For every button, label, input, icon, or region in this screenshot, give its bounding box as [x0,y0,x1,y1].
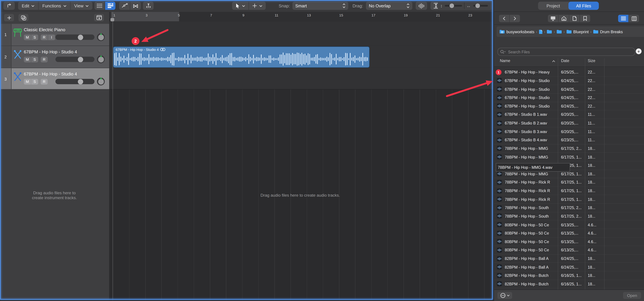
file-size: 11... [588,112,603,117]
track-header[interactable]: 2 67BPM - Hip Hop - Studio 4 MSR [0,46,109,68]
track-name[interactable]: Classic Electric Piano [24,27,65,32]
m-button[interactable]: M [24,57,31,62]
s-button[interactable]: S [31,79,38,84]
track-name[interactable]: 67BPM - Hip Hop - Studio 4 [24,49,77,54]
file-row[interactable]: 80BPM - Hip Hop - 50 Ce 6/13/25,... 4.6.… [494,229,644,237]
breadcrumb-item[interactable]: busyworksbeats [506,29,534,34]
track-header[interactable]: 3 67BPM - Hip Hop - Studio 4 MSR [0,68,109,90]
playhead-handle[interactable] [110,18,114,22]
file-row[interactable]: 78BPM - Hip Hop - Rick R 6/17/25, 1... 1… [494,195,644,203]
pan-knob[interactable] [97,78,105,86]
documents-button[interactable] [569,15,580,22]
r-button[interactable]: R [40,34,48,40]
file-row[interactable]: 82BPM - Hip Hop - Butch 6/16/25, 1... 18… [494,280,644,288]
i-button[interactable]: I [48,34,55,40]
file-row[interactable]: 78BPM - Hip Hop - South 6/17/25, 2... 18… [494,204,644,212]
file-row[interactable]: 67BPM - Hip Hop - Studio 6/24/25,... 22.… [494,102,644,110]
track-lane-1[interactable] [109,21,493,46]
pan-knob[interactable] [97,33,105,41]
volume-slider[interactable] [56,79,94,84]
breadcrumb-item[interactable]: Drum Breaks [600,29,623,34]
search-field[interactable] [498,48,636,56]
menu-functions[interactable]: Functions [38,2,70,10]
flex-button[interactable]: ⋈ [130,2,141,10]
hide-panel-button[interactable] [3,2,15,10]
forward-button[interactable] [510,15,520,22]
file-row[interactable]: 82BPM - Hip Hop - Ball A 6/24/25,... 18.… [494,254,644,263]
duplicate-track-button[interactable] [18,14,28,21]
vertical-zoom-slider[interactable] [444,5,462,7]
track-header[interactable]: 1 Classic Electric Piano MSRI [0,24,109,46]
file-row[interactable]: 78BPM - Hip Hop - MMG 6/17/25, 2... 18..… [494,144,644,153]
s-button[interactable]: S [31,34,38,40]
home-button[interactable] [559,15,569,22]
open-button[interactable]: Open [623,292,641,299]
drag-dropdown[interactable]: No Overlap [366,2,412,10]
pointer-tool-button[interactable] [232,2,249,10]
column-name[interactable]: Name [500,58,510,63]
file-row[interactable]: 67BPM - Hip Hop - Studio 6/24/25,... 22.… [494,94,644,102]
timeline-area[interactable]: 67BPM - Hip Hop - Studio 4 Drag audio fi… [109,21,493,300]
search-input[interactable] [507,49,632,54]
file-row[interactable]: 82BPM - Hip Hop - Butch 6/16/25, 1... 18… [494,271,644,280]
snap-dropdown[interactable]: Smart [292,2,348,10]
horizontal-zoom-slider[interactable] [473,5,488,7]
volume-slider[interactable] [56,57,94,62]
file-row[interactable]: 67BPM - Studio B 1.wav 6/20/25,... 11... [494,111,644,119]
r-button[interactable]: R [40,57,48,62]
m-button[interactable]: M [24,79,31,84]
waveform-zoom-button[interactable] [416,2,427,10]
file-row[interactable]: 67BPM - Studio B 3.wav 6/20/25,... 11... [494,128,644,136]
back-button[interactable] [499,15,510,22]
secondary-tool-button[interactable] [249,2,266,10]
audio-region[interactable]: 67BPM - Hip Hop - Studio 4 [113,47,369,67]
file-row[interactable]: 80BPM - Hip Hop - 50 Ce 6/13/25,... 4.6.… [494,246,644,254]
file-row[interactable]: 67BPM - Studio B 4.wav 6/23/25,... 11... [494,136,644,144]
add-files-button[interactable]: + [636,49,642,54]
file-row[interactable]: 67BPM - Hip Hop - Studio 6/24/25,... 22.… [494,77,644,85]
file-row[interactable]: 78BPM - Hip Hop - Rick R 6/17/25, 1... 1… [494,178,644,187]
breadcrumb-separator: › [554,30,555,33]
tracks-view-button[interactable] [105,2,116,10]
bookmarks-button[interactable] [580,15,590,22]
file-row[interactable]: 78BPM - Hip Hop - MMG 6/17/25, 1... 18..… [494,153,644,161]
file-row[interactable]: 80BPM - Hip Hop - 50 Ce 6/13/25,... 4.6.… [494,238,644,246]
file-row[interactable]: 67BPM - Studio B 2.wav 6/20/25,... 11... [494,119,644,127]
file-row[interactable]: 1 67BPM - Hip Hop - Heavy 6/25/25,... 22… [494,68,644,77]
file-row[interactable]: 78BPM - Hip Hop - Rick R 6/17/25, 1... 1… [494,187,644,195]
column-view-button[interactable] [629,15,639,22]
breadcrumb[interactable]: busyworksbeats› › › › Blueprint› Drum Br… [496,26,644,37]
grid-view-button[interactable] [94,2,105,10]
menu-edit[interactable]: Edit [18,2,39,10]
s-button[interactable]: S [31,57,38,62]
pan-knob[interactable] [97,55,105,63]
split-tool-button[interactable] [143,2,154,10]
file-action-menu-button[interactable] [498,292,512,299]
file-row[interactable]: 78BPM - Hip Hop - South 6/17/25, 2... 18… [494,212,644,220]
file-row[interactable]: 82BPM - Hip Hop - Ball A 6/24/25,... 18.… [494,263,644,271]
track-header-config-button[interactable] [94,14,104,21]
m-button[interactable]: M [24,34,31,40]
duplicate-icon [21,15,26,20]
column-size[interactable]: Size [588,58,595,63]
playhead[interactable] [112,12,113,300]
column-date[interactable]: Date [561,58,569,63]
menu-view[interactable]: View [70,2,92,10]
list-view-button[interactable] [618,15,629,22]
r-button[interactable]: R [40,79,48,84]
breadcrumb-item[interactable]: Blueprint [573,29,589,34]
track-name[interactable]: 67BPM - Hip Hop - Studio 4 [24,72,77,76]
tab-project[interactable]: Project [538,2,568,10]
file-row[interactable]: 80BPM - Hip Hop - 50 Ce 6/13/25,... 4.6.… [494,221,644,229]
automation-button[interactable] [119,2,130,10]
ruler-tick-19: 19 [404,13,408,17]
add-track-button[interactable] [4,14,14,21]
bar-ruler[interactable]: 1357911131517192123 [109,12,493,21]
file-row[interactable]: 82BPM - Hip Hop - Butch 6/16/25, 1... 18… [494,288,644,289]
audio-file-icon [497,146,502,151]
volume-slider[interactable] [56,35,94,40]
tab-all-files[interactable]: All Files [568,2,599,10]
track-lane-3[interactable] [109,67,493,89]
computer-button[interactable] [548,15,559,22]
file-row[interactable]: 67BPM - Hip Hop - Studio 6/24/25,... 22.… [494,85,644,94]
